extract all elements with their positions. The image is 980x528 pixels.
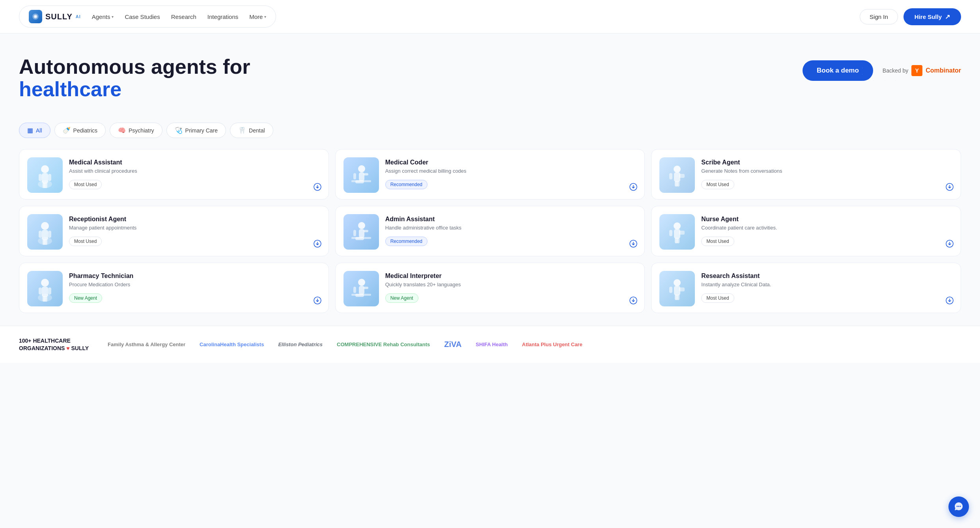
grid-icon: ▦ (27, 127, 33, 134)
agent-badge: Most Used (701, 180, 734, 189)
filter-psychiatry[interactable]: 🧠 Psychiatry (110, 123, 162, 138)
svg-point-57 (358, 279, 365, 286)
filter-primary-care[interactable]: 🩺 Primary Care (166, 123, 226, 138)
partner-logo: Family Asthma & Allergy Center (108, 341, 185, 347)
download-icon[interactable] (314, 183, 321, 193)
agent-info: Pharmacy Technician Procure Medication O… (69, 271, 321, 302)
nav-item-more[interactable]: More ▾ (249, 13, 266, 20)
filter-bar: ▦ All 🍼 Pediatrics 🧠 Psychiatry 🩺 Primar… (0, 113, 980, 146)
svg-point-62 (674, 279, 681, 286)
svg-rect-42 (679, 231, 685, 235)
svg-point-49 (41, 279, 49, 287)
svg-rect-9 (45, 183, 47, 188)
agent-desc: Manage patient appointments (69, 224, 321, 231)
agent-card[interactable]: Receptionist Agent Manage patient appoin… (19, 206, 329, 256)
hero-cta-area: Book a demo Backed by Y Combinator (803, 56, 961, 81)
agent-desc: Assign correct medical billing codes (385, 168, 637, 175)
svg-point-35 (358, 222, 365, 229)
svg-rect-60 (364, 287, 368, 289)
agent-card[interactable]: Pharmacy Technician Procure Medication O… (19, 263, 329, 313)
backed-by: Backed by Y Combinator (883, 65, 961, 76)
agent-info: Research Assistant Instantly analyze Cli… (701, 271, 953, 302)
agent-desc: Instantly analyze Clinical Data. (701, 281, 953, 288)
nav-item-integrations[interactable]: Integrations (207, 13, 238, 20)
agent-desc: Quickly translates 20+ languages (385, 281, 637, 288)
download-icon[interactable] (946, 183, 954, 193)
book-demo-button[interactable]: Book a demo (803, 60, 873, 81)
agent-card[interactable]: Scribe Agent Generate Notes from convers… (651, 149, 961, 200)
svg-rect-56 (359, 286, 364, 295)
svg-rect-20 (679, 174, 685, 178)
agent-badge: New Agent (69, 293, 102, 303)
agent-info: Medical Coder Assign correct medical bil… (385, 157, 637, 189)
nav-link-agents[interactable]: Agents ▾ (92, 13, 114, 20)
download-icon[interactable] (946, 297, 954, 306)
svg-point-5 (41, 165, 49, 173)
agent-badge: Recommended (385, 180, 427, 189)
svg-rect-16 (364, 173, 368, 175)
svg-rect-12 (359, 172, 364, 181)
agent-image (27, 157, 63, 193)
hire-button[interactable]: Hire Sully (903, 8, 961, 25)
agent-card[interactable]: Medical Assistant Assist with clinical p… (19, 149, 329, 200)
svg-rect-15 (353, 173, 356, 179)
partner-logo: SHIFA Health (476, 341, 508, 347)
filter-dental[interactable]: 🦷 Dental (230, 123, 273, 138)
logo-text: SULLY (45, 12, 73, 21)
agent-badge: Most Used (69, 237, 102, 246)
nav-link-case-studies[interactable]: Case Studies (125, 13, 160, 20)
svg-point-2 (35, 16, 37, 18)
svg-point-18 (674, 166, 681, 173)
logo-ai-badge: AI (76, 14, 81, 19)
agent-card[interactable]: Admin Assistant Handle administrative of… (335, 206, 645, 256)
logo[interactable]: SULLYAI (29, 10, 81, 23)
partner-logo: ZiVA (444, 340, 461, 349)
agent-image (27, 271, 63, 306)
agent-info: Receptionist Agent Manage patient appoin… (69, 214, 321, 246)
svg-rect-65 (669, 287, 672, 293)
agent-card[interactable]: Research Assistant Instantly analyze Cli… (651, 263, 961, 313)
svg-rect-43 (669, 230, 672, 236)
logo-icon (29, 10, 42, 23)
download-icon[interactable] (314, 240, 321, 250)
hero-section: Autonomous agents for healthcare Book a … (0, 34, 980, 113)
nav-link-research[interactable]: Research (171, 13, 196, 20)
nav-link-more[interactable]: More ▾ (249, 13, 266, 20)
nav-left-group: SULLYAI Agents ▾ Case Studies Research I… (19, 6, 276, 28)
svg-point-13 (358, 165, 365, 172)
logos-strip: 100+ HEALTHCAREORGANIZATIONS ♥ SULLY Fam… (0, 326, 980, 362)
agent-name: Pharmacy Technician (69, 272, 321, 280)
svg-rect-51 (48, 287, 51, 295)
agent-badge: New Agent (385, 293, 418, 303)
svg-rect-45 (677, 238, 679, 243)
nav-item-agents[interactable]: Agents ▾ (92, 13, 114, 20)
agent-image (27, 214, 63, 250)
agent-desc: Handle administrative office tasks (385, 224, 637, 231)
agent-card[interactable]: Nurse Agent Coordinate patient care acti… (651, 206, 961, 256)
agent-card[interactable]: Medical Coder Assign correct medical bil… (335, 149, 645, 200)
nav-item-case-studies[interactable]: Case Studies (125, 13, 160, 20)
chevron-down-icon: ▾ (264, 15, 266, 19)
signin-button[interactable]: Sign In (860, 9, 898, 24)
download-icon[interactable] (946, 240, 954, 250)
download-icon[interactable] (629, 240, 637, 250)
filter-all[interactable]: ▦ All (19, 123, 50, 138)
filter-pediatrics[interactable]: 🍼 Pediatrics (54, 123, 106, 138)
svg-rect-7 (48, 174, 51, 181)
hero-title-area: Autonomous agents for healthcare (19, 56, 295, 101)
hero-title: Autonomous agents for healthcare (19, 56, 295, 101)
agent-name: Receptionist Agent (69, 216, 321, 223)
agent-name: Scribe Agent (701, 159, 953, 166)
partner-logo: COMPREHENSIVE Rehab Consultants (337, 341, 430, 347)
nav-link-integrations[interactable]: Integrations (207, 13, 238, 20)
chat-bubble-button[interactable] (948, 496, 969, 517)
agent-badge: Recommended (385, 237, 427, 246)
download-icon[interactable] (314, 297, 321, 306)
download-icon[interactable] (629, 183, 637, 193)
download-icon[interactable] (629, 297, 637, 306)
agent-card[interactable]: Medical Interpreter Quickly translates 2… (335, 263, 645, 313)
nav-item-research[interactable]: Research (171, 13, 196, 20)
agent-badge: Most Used (701, 293, 734, 303)
agent-name: Medical Coder (385, 159, 637, 166)
chevron-down-icon: ▾ (112, 15, 114, 19)
